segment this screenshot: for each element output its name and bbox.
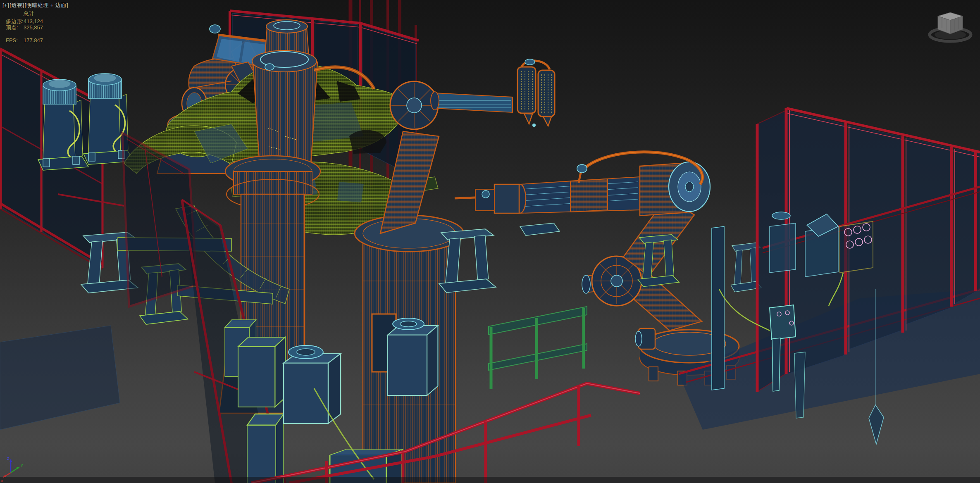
- stats-polygons-value: 413,124: [24, 19, 43, 24]
- green-guard-railing[interactable]: [489, 307, 587, 389]
- axis-z-label: z: [7, 456, 10, 461]
- stats-total-label: 总计: [24, 11, 43, 17]
- viewport-shading-menu[interactable]: [明暗处理 + 边面]: [25, 2, 69, 8]
- stats-vertices-value: 325,857: [24, 25, 43, 31]
- world-axis-gizmo: z x y: [0, 454, 29, 483]
- stats-vertices-row: 顶点: 325,857: [0, 25, 43, 31]
- stats-fps-row: FPS: 177.847: [0, 38, 43, 43]
- viewport-general-menu[interactable]: [+]: [2, 2, 9, 8]
- stats-fps-label: FPS:: [6, 38, 24, 43]
- viewport[interactable]: [+][透视][明暗处理 + 边面] 总计 多边形: 413,124 顶点: 3…: [0, 0, 980, 483]
- statistics-overlay: 总计 多边形: 413,124 顶点: 325,857 FPS: 177.847: [0, 11, 43, 44]
- stats-polygons-row: 多边形: 413,124: [0, 19, 43, 24]
- viewport-canvas[interactable]: [0, 0, 980, 483]
- stats-fps-value: 177.847: [24, 38, 43, 43]
- handling-robot-right[interactable]: [455, 152, 739, 385]
- viewport-label: [+][透视][明暗处理 + 边面]: [2, 2, 69, 9]
- stats-polygons-label: 多边形:: [6, 19, 24, 24]
- viewport-pov-menu[interactable]: [透视]: [10, 2, 24, 8]
- stats-vertices-label: 顶点:: [6, 25, 24, 31]
- axis-x-label: x: [1, 478, 3, 483]
- view-cube-icon[interactable]: [926, 5, 976, 50]
- cable-pump-station-1[interactable]: [38, 79, 88, 170]
- viewport-bottom-edge: [0, 477, 980, 483]
- axis-y-label: y: [21, 462, 23, 467]
